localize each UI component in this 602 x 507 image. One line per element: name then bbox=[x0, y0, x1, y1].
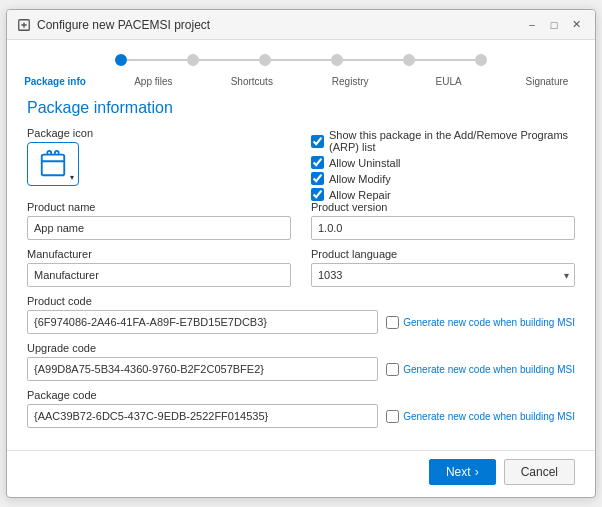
product-language-select[interactable]: 1033 bbox=[311, 263, 575, 287]
package-code-label: Package code bbox=[27, 389, 575, 401]
product-code-generate-checkbox[interactable] bbox=[386, 316, 399, 329]
product-code-group: Product code Generate new code when buil… bbox=[27, 295, 575, 334]
bottom-bar: Next › Cancel bbox=[7, 450, 595, 497]
product-name-label: Product name bbox=[27, 201, 291, 213]
section-title: Package information bbox=[27, 99, 575, 117]
package-icon bbox=[38, 149, 68, 179]
name-version-row: Product name Product version bbox=[27, 201, 575, 248]
product-version-label: Product version bbox=[311, 201, 575, 213]
product-language-group: Product language 1033 bbox=[311, 248, 575, 287]
package-code-group: Package code Generate new code when buil… bbox=[27, 389, 575, 428]
package-code-generate-checkbox[interactable] bbox=[386, 410, 399, 423]
manufacturer-language-row: Manufacturer Product language 1033 bbox=[27, 248, 575, 295]
step-line-1 bbox=[127, 59, 187, 61]
modify-label: Allow Modify bbox=[329, 173, 391, 185]
left-column: Package icon ▾ bbox=[27, 127, 291, 201]
step-line-5 bbox=[415, 59, 475, 61]
step-2-dot bbox=[187, 54, 199, 66]
package-icon-label: Package icon bbox=[27, 127, 291, 139]
modify-checkbox[interactable] bbox=[311, 172, 324, 185]
step-3-dot bbox=[259, 54, 271, 66]
window-title: Configure new PACEMSI project bbox=[37, 18, 210, 32]
stepper bbox=[7, 40, 595, 74]
chevron-down-icon: ▾ bbox=[70, 173, 74, 182]
arp-label: Show this package in the Add/Remove Prog… bbox=[329, 129, 575, 153]
step-label-2: App files bbox=[119, 76, 187, 87]
upgrade-code-generate-label: Generate new code when building MSI bbox=[403, 364, 575, 375]
window-controls: − □ ✕ bbox=[523, 16, 585, 34]
title-bar-left: Configure new PACEMSI project bbox=[17, 18, 210, 32]
uninstall-checkbox[interactable] bbox=[311, 156, 324, 169]
close-button[interactable]: ✕ bbox=[567, 16, 585, 34]
step-label-5: EULA bbox=[415, 76, 483, 87]
package-icon-picker[interactable]: ▾ bbox=[27, 142, 79, 186]
package-code-row: Generate new code when building MSI bbox=[27, 404, 575, 428]
title-bar: Configure new PACEMSI project − □ ✕ bbox=[7, 10, 595, 40]
step-label-1: Package info bbox=[21, 76, 89, 87]
step-1-group bbox=[115, 54, 127, 66]
minimize-button[interactable]: − bbox=[523, 16, 541, 34]
right-column-checkboxes: Show this package in the Add/Remove Prog… bbox=[311, 127, 575, 201]
package-code-input[interactable] bbox=[27, 404, 378, 428]
product-language-label: Product language bbox=[311, 248, 575, 260]
step-label-3: Shortcuts bbox=[218, 76, 286, 87]
repair-checkbox[interactable] bbox=[311, 188, 324, 201]
step-line-4 bbox=[343, 59, 403, 61]
step-line-3 bbox=[271, 59, 331, 61]
step-label-4: Registry bbox=[316, 76, 384, 87]
main-window: Configure new PACEMSI project − □ ✕ Pack… bbox=[6, 9, 596, 498]
manufacturer-label: Manufacturer bbox=[27, 248, 291, 260]
step-1-dot bbox=[115, 54, 127, 66]
upgrade-code-label: Upgrade code bbox=[27, 342, 575, 354]
step-5-dot bbox=[403, 54, 415, 66]
product-code-generate-label: Generate new code when building MSI bbox=[403, 317, 575, 328]
checkboxes-group: Show this package in the Add/Remove Prog… bbox=[311, 127, 575, 201]
arp-checkbox[interactable] bbox=[311, 135, 324, 148]
repair-checkbox-row[interactable]: Allow Repair bbox=[311, 188, 575, 201]
step-6-dot bbox=[475, 54, 487, 66]
manufacturer-input[interactable] bbox=[27, 263, 291, 287]
arp-checkbox-row[interactable]: Show this package in the Add/Remove Prog… bbox=[311, 129, 575, 153]
svg-rect-1 bbox=[42, 155, 65, 176]
package-code-generate-label: Generate new code when building MSI bbox=[403, 411, 575, 422]
icon-section: Package icon ▾ bbox=[27, 127, 291, 186]
chevron-right-icon: › bbox=[475, 465, 479, 479]
product-code-row: Generate new code when building MSI bbox=[27, 310, 575, 334]
cancel-button[interactable]: Cancel bbox=[504, 459, 575, 485]
product-code-label: Product code bbox=[27, 295, 575, 307]
upgrade-code-row: Generate new code when building MSI bbox=[27, 357, 575, 381]
upgrade-code-group: Upgrade code Generate new code when buil… bbox=[27, 342, 575, 381]
product-version-input[interactable] bbox=[311, 216, 575, 240]
content-area: Package information Package icon ▾ bbox=[7, 93, 595, 446]
step-line-2 bbox=[199, 59, 259, 61]
app-icon bbox=[17, 18, 31, 32]
product-name-group: Product name bbox=[27, 201, 291, 240]
uninstall-checkbox-row[interactable]: Allow Uninstall bbox=[311, 156, 575, 169]
upgrade-code-input[interactable] bbox=[27, 357, 378, 381]
repair-label: Allow Repair bbox=[329, 189, 391, 201]
product-language-wrapper: 1033 bbox=[311, 263, 575, 287]
product-code-generate-row[interactable]: Generate new code when building MSI bbox=[386, 316, 575, 329]
next-button[interactable]: Next › bbox=[429, 459, 496, 485]
step-labels: Package info App files Shortcuts Registr… bbox=[7, 74, 595, 87]
step-4-dot bbox=[331, 54, 343, 66]
product-code-input[interactable] bbox=[27, 310, 378, 334]
product-version-group: Product version bbox=[311, 201, 575, 240]
top-row: Package icon ▾ bbox=[27, 127, 575, 201]
maximize-button[interactable]: □ bbox=[545, 16, 563, 34]
package-code-generate-row[interactable]: Generate new code when building MSI bbox=[386, 410, 575, 423]
upgrade-code-generate-row[interactable]: Generate new code when building MSI bbox=[386, 363, 575, 376]
uninstall-label: Allow Uninstall bbox=[329, 157, 401, 169]
modify-checkbox-row[interactable]: Allow Modify bbox=[311, 172, 575, 185]
upgrade-code-generate-checkbox[interactable] bbox=[386, 363, 399, 376]
manufacturer-group: Manufacturer bbox=[27, 248, 291, 287]
step-label-6: Signature bbox=[513, 76, 581, 87]
product-name-input[interactable] bbox=[27, 216, 291, 240]
